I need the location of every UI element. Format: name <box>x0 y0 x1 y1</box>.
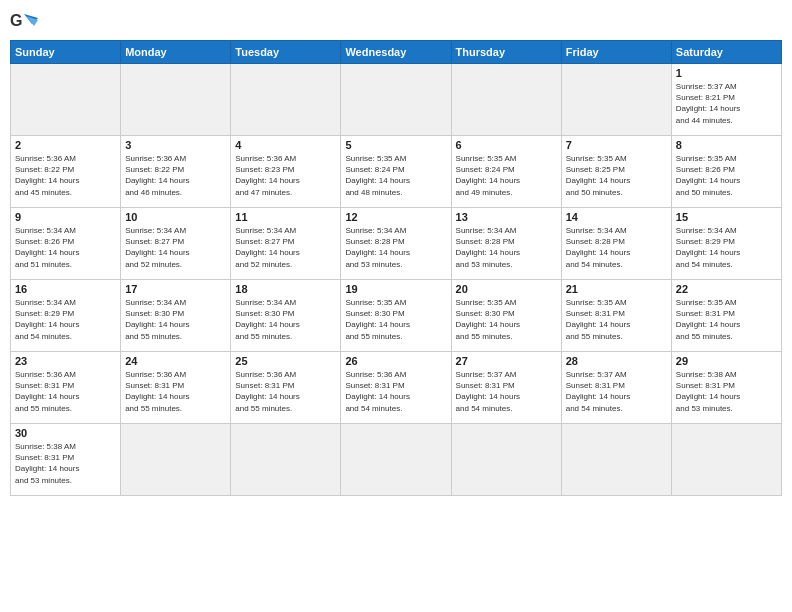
page: G SundayMondayTuesdayWednesdayThursdayFr… <box>0 0 792 506</box>
day-number: 28 <box>566 355 667 367</box>
day-info: Sunrise: 5:34 AM Sunset: 8:28 PM Dayligh… <box>566 225 667 270</box>
day-info: Sunrise: 5:35 AM Sunset: 8:24 PM Dayligh… <box>456 153 557 198</box>
day-info: Sunrise: 5:37 AM Sunset: 8:21 PM Dayligh… <box>676 81 777 126</box>
calendar-cell <box>121 424 231 496</box>
logo: G <box>10 10 40 32</box>
day-info: Sunrise: 5:36 AM Sunset: 8:31 PM Dayligh… <box>15 369 116 414</box>
day-info: Sunrise: 5:38 AM Sunset: 8:31 PM Dayligh… <box>15 441 116 486</box>
day-info: Sunrise: 5:36 AM Sunset: 8:22 PM Dayligh… <box>125 153 226 198</box>
calendar-cell <box>121 64 231 136</box>
day-info: Sunrise: 5:35 AM Sunset: 8:25 PM Dayligh… <box>566 153 667 198</box>
day-number: 23 <box>15 355 116 367</box>
logo-icon: G <box>10 10 38 32</box>
day-info: Sunrise: 5:34 AM Sunset: 8:29 PM Dayligh… <box>676 225 777 270</box>
calendar-cell: 14Sunrise: 5:34 AM Sunset: 8:28 PM Dayli… <box>561 208 671 280</box>
calendar-cell: 16Sunrise: 5:34 AM Sunset: 8:29 PM Dayli… <box>11 280 121 352</box>
day-info: Sunrise: 5:34 AM Sunset: 8:30 PM Dayligh… <box>125 297 226 342</box>
day-number: 29 <box>676 355 777 367</box>
week-row-6: 30Sunrise: 5:38 AM Sunset: 8:31 PM Dayli… <box>11 424 782 496</box>
day-number: 8 <box>676 139 777 151</box>
day-info: Sunrise: 5:35 AM Sunset: 8:30 PM Dayligh… <box>456 297 557 342</box>
calendar-cell: 18Sunrise: 5:34 AM Sunset: 8:30 PM Dayli… <box>231 280 341 352</box>
day-header-saturday: Saturday <box>671 41 781 64</box>
calendar-cell: 22Sunrise: 5:35 AM Sunset: 8:31 PM Dayli… <box>671 280 781 352</box>
day-number: 7 <box>566 139 667 151</box>
calendar-cell: 28Sunrise: 5:37 AM Sunset: 8:31 PM Dayli… <box>561 352 671 424</box>
day-number: 20 <box>456 283 557 295</box>
day-number: 22 <box>676 283 777 295</box>
day-info: Sunrise: 5:34 AM Sunset: 8:27 PM Dayligh… <box>235 225 336 270</box>
day-number: 13 <box>456 211 557 223</box>
calendar-cell: 8Sunrise: 5:35 AM Sunset: 8:26 PM Daylig… <box>671 136 781 208</box>
calendar-cell <box>341 64 451 136</box>
day-number: 27 <box>456 355 557 367</box>
day-number: 10 <box>125 211 226 223</box>
day-info: Sunrise: 5:36 AM Sunset: 8:31 PM Dayligh… <box>235 369 336 414</box>
day-number: 12 <box>345 211 446 223</box>
calendar-cell <box>451 64 561 136</box>
day-info: Sunrise: 5:37 AM Sunset: 8:31 PM Dayligh… <box>456 369 557 414</box>
day-info: Sunrise: 5:35 AM Sunset: 8:30 PM Dayligh… <box>345 297 446 342</box>
calendar-cell <box>231 64 341 136</box>
calendar-cell: 3Sunrise: 5:36 AM Sunset: 8:22 PM Daylig… <box>121 136 231 208</box>
calendar-cell: 23Sunrise: 5:36 AM Sunset: 8:31 PM Dayli… <box>11 352 121 424</box>
calendar-cell <box>11 64 121 136</box>
day-info: Sunrise: 5:35 AM Sunset: 8:24 PM Dayligh… <box>345 153 446 198</box>
day-header-friday: Friday <box>561 41 671 64</box>
day-number: 21 <box>566 283 667 295</box>
week-row-3: 9Sunrise: 5:34 AM Sunset: 8:26 PM Daylig… <box>11 208 782 280</box>
week-row-4: 16Sunrise: 5:34 AM Sunset: 8:29 PM Dayli… <box>11 280 782 352</box>
calendar-cell <box>341 424 451 496</box>
calendar-cell: 30Sunrise: 5:38 AM Sunset: 8:31 PM Dayli… <box>11 424 121 496</box>
day-info: Sunrise: 5:34 AM Sunset: 8:28 PM Dayligh… <box>456 225 557 270</box>
calendar-cell <box>561 424 671 496</box>
day-number: 26 <box>345 355 446 367</box>
calendar-cell: 20Sunrise: 5:35 AM Sunset: 8:30 PM Dayli… <box>451 280 561 352</box>
day-number: 14 <box>566 211 667 223</box>
calendar-cell: 10Sunrise: 5:34 AM Sunset: 8:27 PM Dayli… <box>121 208 231 280</box>
day-number: 24 <box>125 355 226 367</box>
calendar-cell: 6Sunrise: 5:35 AM Sunset: 8:24 PM Daylig… <box>451 136 561 208</box>
day-info: Sunrise: 5:34 AM Sunset: 8:27 PM Dayligh… <box>125 225 226 270</box>
calendar-cell: 19Sunrise: 5:35 AM Sunset: 8:30 PM Dayli… <box>341 280 451 352</box>
day-info: Sunrise: 5:34 AM Sunset: 8:30 PM Dayligh… <box>235 297 336 342</box>
calendar-cell: 15Sunrise: 5:34 AM Sunset: 8:29 PM Dayli… <box>671 208 781 280</box>
svg-text:G: G <box>10 12 22 29</box>
day-number: 15 <box>676 211 777 223</box>
calendar-cell: 9Sunrise: 5:34 AM Sunset: 8:26 PM Daylig… <box>11 208 121 280</box>
day-number: 6 <box>456 139 557 151</box>
day-number: 9 <box>15 211 116 223</box>
calendar-cell: 24Sunrise: 5:36 AM Sunset: 8:31 PM Dayli… <box>121 352 231 424</box>
day-header-sunday: Sunday <box>11 41 121 64</box>
day-info: Sunrise: 5:35 AM Sunset: 8:26 PM Dayligh… <box>676 153 777 198</box>
day-info: Sunrise: 5:34 AM Sunset: 8:26 PM Dayligh… <box>15 225 116 270</box>
day-number: 4 <box>235 139 336 151</box>
day-header-monday: Monday <box>121 41 231 64</box>
calendar-cell: 1Sunrise: 5:37 AM Sunset: 8:21 PM Daylig… <box>671 64 781 136</box>
calendar-cell <box>231 424 341 496</box>
day-number: 1 <box>676 67 777 79</box>
calendar-cell: 25Sunrise: 5:36 AM Sunset: 8:31 PM Dayli… <box>231 352 341 424</box>
calendar-cell: 12Sunrise: 5:34 AM Sunset: 8:28 PM Dayli… <box>341 208 451 280</box>
day-header-wednesday: Wednesday <box>341 41 451 64</box>
calendar-cell: 26Sunrise: 5:36 AM Sunset: 8:31 PM Dayli… <box>341 352 451 424</box>
day-info: Sunrise: 5:38 AM Sunset: 8:31 PM Dayligh… <box>676 369 777 414</box>
day-number: 16 <box>15 283 116 295</box>
day-number: 17 <box>125 283 226 295</box>
day-info: Sunrise: 5:35 AM Sunset: 8:31 PM Dayligh… <box>676 297 777 342</box>
day-info: Sunrise: 5:34 AM Sunset: 8:28 PM Dayligh… <box>345 225 446 270</box>
day-number: 2 <box>15 139 116 151</box>
day-number: 3 <box>125 139 226 151</box>
calendar-cell <box>451 424 561 496</box>
week-row-1: 1Sunrise: 5:37 AM Sunset: 8:21 PM Daylig… <box>11 64 782 136</box>
week-row-5: 23Sunrise: 5:36 AM Sunset: 8:31 PM Dayli… <box>11 352 782 424</box>
day-number: 11 <box>235 211 336 223</box>
day-info: Sunrise: 5:35 AM Sunset: 8:31 PM Dayligh… <box>566 297 667 342</box>
calendar-cell: 27Sunrise: 5:37 AM Sunset: 8:31 PM Dayli… <box>451 352 561 424</box>
calendar-cell: 17Sunrise: 5:34 AM Sunset: 8:30 PM Dayli… <box>121 280 231 352</box>
calendar-cell: 2Sunrise: 5:36 AM Sunset: 8:22 PM Daylig… <box>11 136 121 208</box>
day-number: 25 <box>235 355 336 367</box>
day-info: Sunrise: 5:37 AM Sunset: 8:31 PM Dayligh… <box>566 369 667 414</box>
day-info: Sunrise: 5:36 AM Sunset: 8:31 PM Dayligh… <box>125 369 226 414</box>
header: G <box>10 10 782 32</box>
